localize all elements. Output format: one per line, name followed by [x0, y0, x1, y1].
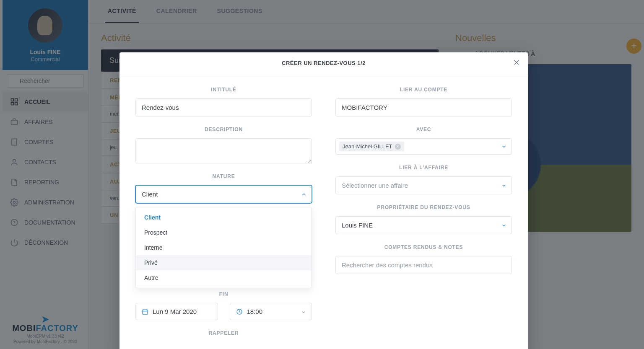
nature-select[interactable]: Client Client Prospect Interne Privé Aut… [135, 185, 312, 203]
nature-option-client[interactable]: Client [136, 210, 312, 225]
label-rappeler: RAPPELER [135, 330, 312, 336]
close-button[interactable] [512, 58, 521, 67]
nature-dropdown: Client Prospect Interne Privé Autre [135, 207, 312, 288]
chip-remove-button[interactable]: × [395, 144, 401, 150]
intitule-input[interactable] [135, 98, 312, 116]
svg-rect-19 [143, 310, 148, 314]
label-avec: AVEC [335, 127, 512, 132]
description-textarea[interactable] [135, 138, 312, 163]
label-description: DESCRIPTION [135, 127, 312, 132]
label-proprietaire: PROPRIÉTAIRE DU RENDEZ-VOUS [335, 204, 512, 210]
clock-icon [236, 308, 243, 315]
lier-affaire-input[interactable] [335, 176, 512, 194]
chevron-down-icon [501, 222, 507, 229]
modal-title: CRÉER UN RENDEZ-VOUS 1/2 [127, 60, 520, 66]
avec-chip: Jean-Michel GILLET × [339, 142, 404, 151]
nature-option-prive[interactable]: Privé [136, 255, 312, 270]
proprietaire-select[interactable]: Louis FINE [335, 216, 512, 234]
label-lier-affaire: LIER À L'AFFAIRE [335, 165, 512, 171]
lier-compte-input[interactable] [335, 98, 512, 116]
fin-date-value: Lun 9 Mar 2020 [153, 308, 197, 315]
label-intitule: INTITULÉ [135, 87, 312, 93]
modal-header: CRÉER UN RENDEZ-VOUS 1/2 [119, 52, 528, 74]
fin-time-input[interactable]: 18:00 [230, 303, 312, 320]
comptes-rendus-input[interactable] [335, 256, 512, 274]
label-comptes-rendus: COMPTES RENDUS & NOTES [335, 244, 512, 250]
avec-select[interactable]: Jean-Michel GILLET × [335, 138, 512, 155]
label-lier-compte: LIER AU COMPTE [335, 87, 512, 93]
fin-date-input[interactable]: Lun 9 Mar 2020 [135, 303, 218, 320]
label-nature: NATURE [135, 173, 312, 179]
nature-option-autre[interactable]: Autre [136, 270, 312, 285]
calendar-icon [142, 308, 148, 315]
chevron-down-icon [501, 182, 507, 189]
lier-affaire-select[interactable] [335, 176, 512, 194]
label-fin: FIN [135, 291, 312, 297]
modal-create-rdv: CRÉER UN RENDEZ-VOUS 1/2 INTITULÉ DESCRI… [119, 52, 528, 349]
chevron-down-icon [501, 143, 507, 150]
chevron-down-icon [301, 308, 306, 315]
nature-selected-value: Client [135, 185, 312, 203]
nature-option-interne[interactable]: Interne [136, 240, 312, 255]
proprietaire-value: Louis FINE [335, 216, 512, 234]
nature-option-prospect[interactable]: Prospect [136, 225, 312, 240]
avec-chip-label: Jean-Michel GILLET [343, 143, 392, 150]
close-icon [513, 59, 520, 66]
fin-time-value: 18:00 [247, 308, 263, 315]
chevron-up-icon [301, 191, 307, 198]
